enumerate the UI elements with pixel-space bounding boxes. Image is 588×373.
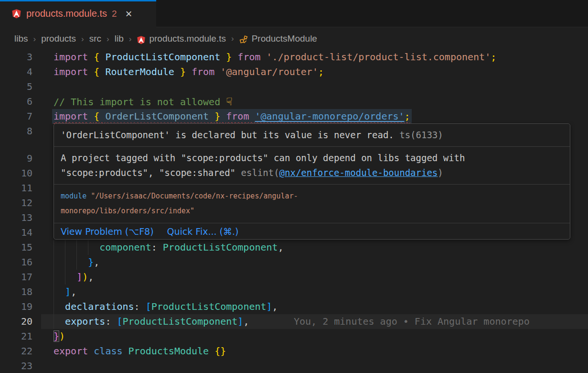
code-text: // This import is not allowed ☟ — [53, 94, 232, 110]
code-token: [ — [146, 301, 151, 312]
code-token: "/Users/isaac/Documents/code/nx-recipes/… — [86, 192, 298, 200]
breadcrumb-item[interactable]: products — [41, 33, 76, 44]
line-number: 22 — [0, 344, 32, 359]
code-token: ; — [491, 51, 496, 63]
hover-actions: View Problem (⌥F8)Quick Fix... (⌘.) — [54, 223, 570, 239]
code-token: : — [134, 301, 146, 312]
line-number: 3 — [0, 50, 32, 65]
code-text: ]), — [53, 270, 94, 285]
code-line[interactable]: 22export class ProductsModule {} — [0, 344, 588, 359]
code-token: ; — [318, 66, 324, 77]
hover-message-line: A project tagged with "scope:products" c… — [61, 151, 563, 165]
breadcrumb-file[interactable]: products.module.ts — [149, 33, 226, 44]
breadcrumb-item[interactable]: lib — [115, 33, 124, 44]
line-number: 14 — [0, 225, 32, 240]
code-text: }) — [53, 329, 65, 344]
code-line[interactable]: 21}) — [0, 329, 588, 344]
code-token: } — [214, 110, 220, 122]
code-token: import — [53, 66, 88, 77]
tab-strip: products.module.ts 2 × — [0, 0, 588, 27]
code-token — [174, 66, 180, 77]
line-number: 11 — [0, 181, 32, 196]
code-token — [209, 110, 214, 122]
line-number: 12 — [0, 196, 32, 210]
breadcrumb-symbol[interactable]: ProductsModule — [252, 33, 317, 44]
code-text: declarations: [ProductListComponent], — [53, 299, 278, 314]
code-token — [261, 51, 267, 63]
code-token: ProductListComponent — [163, 241, 278, 253]
code-line[interactable]: 15 component: ProductListComponent, — [0, 240, 588, 255]
code-line[interactable]: 19 declarations: [ProductListComponent], — [0, 299, 588, 314]
code-token: , — [88, 271, 94, 283]
code-token: ProductListComponent — [151, 301, 267, 312]
breadcrumb-separator: › — [33, 34, 36, 44]
code-token: 'OrderListComponent' is declared but its… — [61, 130, 394, 140]
code-token: RouterModule — [105, 66, 174, 77]
tab-problems-badge: 2 — [112, 9, 117, 19]
code-token: A project tagged with "scope:products" c… — [61, 153, 465, 163]
breadcrumb-item[interactable]: libs — [14, 33, 28, 44]
breadcrumb-separator: › — [231, 34, 234, 44]
code-token: export — [53, 345, 88, 357]
code-token — [53, 286, 65, 297]
import-path-link[interactable]: '@angular-monorepo/orders' — [255, 110, 405, 122]
code-line[interactable]: 3import { ProductListComponent } from '.… — [0, 50, 588, 65]
line-number: 6 — [0, 94, 32, 109]
hover-message: 'OrderListComponent' is declared but its… — [54, 124, 570, 146]
line-number: 20 — [0, 314, 32, 329]
code-line[interactable]: 17 ]), — [0, 270, 588, 285]
code-token — [249, 110, 255, 122]
code-token: , — [94, 256, 99, 268]
code-token: , — [278, 241, 284, 253]
code-token: monorepo/libs/orders/src/index" — [61, 207, 194, 215]
close-icon[interactable]: × — [126, 9, 132, 19]
code-token: OrderListComponent — [105, 110, 209, 122]
code-line[interactable]: 5 — [0, 79, 588, 94]
code-token: ) — [59, 330, 65, 342]
code-token — [53, 241, 99, 253]
hover-message: module "/Users/isaac/Documents/code/nx-r… — [54, 184, 570, 223]
editor[interactable]: 3import { ProductListComponent } from '.… — [0, 50, 588, 373]
code-line[interactable]: 23 — [0, 359, 588, 373]
code-token: // This import is not allowed — [53, 96, 226, 108]
code-text: export class ProductsModule {} — [53, 344, 226, 359]
code-token — [88, 66, 94, 77]
hover-message: A project tagged with "scope:products" c… — [54, 146, 570, 184]
breadcrumb-separator: › — [129, 34, 132, 44]
code-token: ] — [237, 316, 243, 327]
code-token: [ — [117, 316, 122, 327]
code-line[interactable]: 4import { RouterModule } from '@angular/… — [0, 65, 588, 79]
code-token: exports — [65, 316, 105, 327]
breadcrumb-item[interactable]: src — [89, 33, 101, 44]
code-text: import { OrderListComponent } from '@ang… — [52, 109, 412, 124]
rule-doc-link[interactable]: @nx/enforce-module-boundaries — [279, 167, 438, 178]
hover-message-line: monorepo/libs/orders/src/index" — [61, 204, 563, 219]
code-text: ], — [53, 285, 76, 299]
code-token: } — [226, 51, 232, 63]
code-text: component: ProductListComponent, — [53, 240, 284, 255]
code-text: }, — [53, 255, 99, 270]
line-number: 13 — [0, 210, 32, 225]
view-problem-action[interactable]: View Problem (⌥F8) — [61, 226, 154, 237]
code-text: import { ProductListComponent } from './… — [53, 50, 496, 65]
quick-fix-action[interactable]: Quick Fix... (⌘.) — [167, 226, 239, 237]
hover-message-line: "scope:products", "scope:shared" eslint(… — [61, 165, 563, 180]
code-token: } — [88, 256, 94, 268]
symbol-class-icon — [239, 35, 248, 44]
code-token: { — [94, 66, 99, 77]
code-token: class — [94, 345, 122, 357]
line-number: 23 — [0, 359, 32, 373]
code-line[interactable]: 18 ], — [0, 285, 588, 299]
code-line[interactable]: 6// This import is not allowed ☟ — [0, 94, 588, 109]
breadcrumb-separator: › — [81, 34, 84, 44]
line-number: 10 — [0, 166, 32, 181]
code-token: ) — [438, 167, 443, 178]
code-token: ) — [82, 271, 88, 283]
code-text: exports: [ProductListComponent], — [53, 314, 249, 329]
code-token: , — [272, 301, 278, 312]
code-line[interactable]: 16 }, — [0, 255, 588, 270]
code-line[interactable]: 7import { OrderListComponent } from '@an… — [0, 109, 588, 124]
code-token: ProductListComponent — [123, 316, 238, 327]
code-line[interactable]: 20 exports: [ProductListComponent],You, … — [0, 314, 588, 329]
tab-products-module[interactable]: products.module.ts 2 × — [0, 0, 156, 27]
